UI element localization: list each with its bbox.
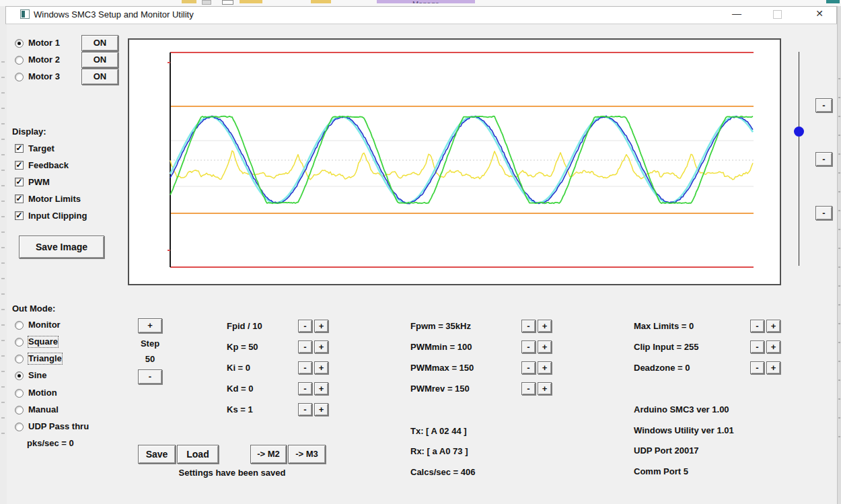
radio-motor-1[interactable] <box>15 39 24 48</box>
checkbox-motor-limits[interactable]: ✓ <box>15 194 24 203</box>
save-image-button[interactable]: Save Image <box>19 236 104 258</box>
pwmmax-plus-button[interactable]: + <box>538 361 552 374</box>
motor-3-label: Motor 3 <box>28 71 60 82</box>
fpwm-minus-button[interactable]: - <box>521 320 536 332</box>
motor-2-on-button[interactable]: ON <box>81 52 118 68</box>
deadzone-minus-button[interactable]: - <box>750 361 764 374</box>
scope-plot-canvas <box>129 40 780 284</box>
checkbox-pwm-label: PWM <box>28 177 50 188</box>
out-mode-heading: Out Mode: <box>12 303 55 314</box>
clip-input-plus-button[interactable]: + <box>766 340 780 353</box>
radio-square[interactable] <box>15 338 24 347</box>
pwmrev-plus-button[interactable]: + <box>538 382 552 395</box>
comm-port: Comm Port 5 <box>634 466 688 477</box>
ks-plus-button[interactable]: + <box>314 403 328 416</box>
checkbox-input-clipping[interactable]: ✓ <box>15 211 24 220</box>
trace-scale-minus-button-2[interactable]: - <box>815 152 832 166</box>
checkbox-target[interactable]: ✓ <box>15 144 24 153</box>
load-button[interactable]: Load <box>177 445 219 464</box>
background-text-artifacts <box>1 47 5 437</box>
radio-manual[interactable] <box>15 406 24 415</box>
check-icon: ✓ <box>15 143 22 153</box>
radio-sine[interactable] <box>15 371 24 380</box>
radio-motion-label: Motion <box>28 388 57 398</box>
kd-minus-button[interactable]: - <box>298 382 312 395</box>
manage-label: Manage <box>412 0 439 3</box>
maximize-icon <box>773 10 782 19</box>
udp-port: UDP Port 20017 <box>634 445 699 456</box>
display-heading: Display: <box>12 127 46 137</box>
save-button[interactable]: Save <box>138 445 176 464</box>
scale-slider-track[interactable] <box>799 52 799 266</box>
window-title: Windows SMC3 Setup and Monitor Utility <box>34 9 194 20</box>
copy-to-m3-button[interactable]: -> M3 <box>288 445 326 464</box>
radio-triangle[interactable] <box>15 355 24 363</box>
checkbox-target-label: Target <box>28 143 54 154</box>
ki-plus-button[interactable]: + <box>314 361 328 374</box>
ki-minus-button[interactable]: - <box>298 361 312 374</box>
ks-minus-button[interactable]: - <box>298 403 312 416</box>
ki-value: Ki = 0 <box>227 363 250 373</box>
step-plus-button[interactable]: + <box>138 318 162 333</box>
trace-scale-minus-button-3[interactable]: - <box>815 206 832 220</box>
radio-motion[interactable] <box>15 389 24 398</box>
motor-1-label: Motor 1 <box>28 38 60 48</box>
deadzone-plus-button[interactable]: + <box>766 361 780 374</box>
fpwm-plus-button[interactable]: + <box>538 320 552 332</box>
folder-icon <box>240 0 262 3</box>
checkbox-input-clipping-label: Input Clipping <box>28 211 87 221</box>
max-limits-value: Max Limits = 0 <box>634 321 694 332</box>
motor-2-label: Motor 2 <box>28 55 60 65</box>
pwmmax-minus-button[interactable]: - <box>521 361 536 374</box>
radio-udp-pass-thru[interactable] <box>15 423 24 431</box>
kd-plus-button[interactable]: + <box>314 382 328 395</box>
arduino-version: Arduino SMC3 ver 1.00 <box>634 404 729 415</box>
kp-plus-button[interactable]: + <box>314 340 328 353</box>
pwmrev-value: PWMrev = 150 <box>410 384 470 394</box>
background-window-top: Manage <box>0 0 841 6</box>
checkbox-pwm[interactable]: ✓ <box>15 178 24 186</box>
check-icon: ✓ <box>15 177 22 186</box>
pwmmin-minus-button[interactable]: - <box>521 340 536 353</box>
copy-to-m2-button[interactable]: -> M2 <box>250 445 287 464</box>
calcs-per-sec-readout: Calcs/sec = 406 <box>410 467 476 478</box>
app-icon <box>20 9 30 19</box>
checkbox-feedback-label: Feedback <box>28 160 69 171</box>
ks-value: Ks = 1 <box>227 404 253 415</box>
kd-value: Kd = 0 <box>227 384 253 394</box>
deadzone-value: Deadzone = 0 <box>634 363 690 373</box>
close-button[interactable]: ✕ <box>809 8 830 20</box>
fpid-value: Fpid / 10 <box>227 321 262 332</box>
fpid-plus-button[interactable]: + <box>314 320 328 332</box>
scale-slider-thumb[interactable] <box>794 127 804 137</box>
kp-minus-button[interactable]: - <box>298 340 312 353</box>
trace-scale-minus-button-1[interactable]: - <box>815 98 832 112</box>
tx-readout: Tx: [ A 02 44 ] <box>410 426 467 437</box>
checkbox-feedback[interactable]: ✓ <box>15 161 24 170</box>
pwmmin-plus-button[interactable]: + <box>538 340 552 353</box>
background-manage-tab: Manage <box>377 0 475 3</box>
minimize-button[interactable]: — <box>727 8 747 20</box>
radio-motor-3[interactable] <box>15 73 24 81</box>
status-message: Settings have been saved <box>138 468 326 478</box>
clip-input-minus-button[interactable]: - <box>750 340 764 353</box>
radio-motor-2[interactable] <box>15 56 24 65</box>
maximize-button <box>767 8 787 20</box>
kp-value: Kp = 50 <box>227 342 258 353</box>
radio-udp-pass-thru-label: UDP Pass thru <box>28 421 89 432</box>
motor-3-on-button[interactable]: ON <box>81 69 118 85</box>
max-limits-minus-button[interactable]: - <box>750 320 764 332</box>
folder-icon <box>311 0 331 3</box>
max-limits-plus-button[interactable]: + <box>766 320 780 332</box>
clip-input-value: Clip Input = 255 <box>634 342 698 353</box>
check-icon: ✓ <box>15 211 22 220</box>
radio-manual-label: Manual <box>28 404 59 415</box>
step-minus-button[interactable]: - <box>138 369 162 384</box>
pwmrev-minus-button[interactable]: - <box>521 382 536 395</box>
pks-per-sec-value: pks/sec = 0 <box>27 438 74 449</box>
motor-1-on-button[interactable]: ON <box>81 35 118 51</box>
radio-monitor[interactable] <box>15 321 24 330</box>
fpid-minus-button[interactable]: - <box>298 320 312 332</box>
check-icon: ✓ <box>15 194 22 203</box>
background-fragment <box>222 0 233 5</box>
